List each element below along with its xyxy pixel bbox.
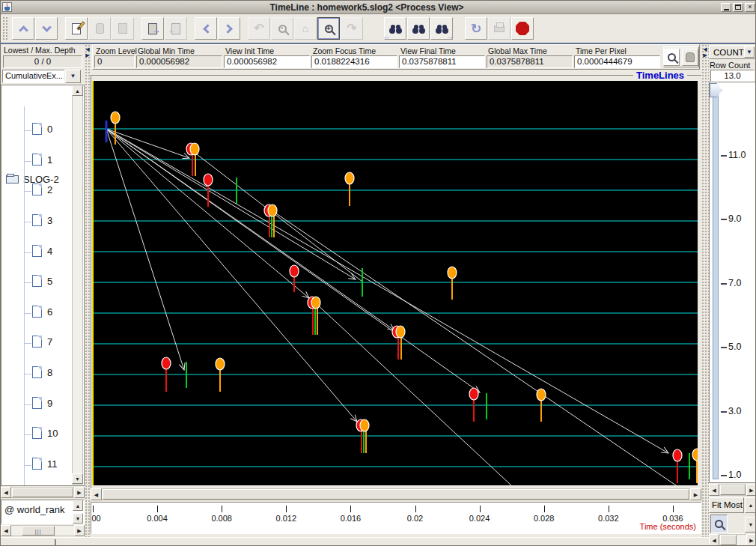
tree-item-11[interactable]: 11 (32, 458, 58, 470)
legend-combo-button[interactable]: ▼ (65, 70, 81, 83)
tree-item-1[interactable]: 1 (32, 154, 52, 166)
world-rank-scroll-up-button[interactable]: ▲ (73, 500, 83, 511)
timeline-canvas[interactable] (92, 81, 698, 485)
tree-scroll-left-button[interactable]: ◀ (1, 487, 11, 498)
search-back-button[interactable]: ← (384, 17, 406, 40)
right-bottom-hscroll-thumb[interactable] (720, 535, 737, 545)
zoom-in-button[interactable] (317, 17, 340, 40)
left-splitter[interactable]: ◀ ▶ (85, 44, 91, 537)
maximize-button[interactable] (733, 3, 743, 12)
document-icon (32, 214, 42, 226)
message-arrow[interactable] (106, 129, 480, 392)
tree-item-6[interactable]: 6 (32, 306, 52, 318)
row-zoom-out-button[interactable]: ▼ (745, 517, 756, 533)
collapse-left-icon[interactable]: ◀ (701, 46, 709, 52)
hand-mode-button[interactable] (682, 49, 698, 66)
view-init-time-field[interactable]: 0.000056982 (224, 55, 310, 68)
search-forward-button[interactable]: → (430, 17, 453, 40)
row-count-value[interactable]: 13.0 (710, 70, 755, 82)
canvas-hscroll-thumb[interactable] (103, 489, 689, 500)
world-rank-hscroll-thumb[interactable]: ||| (22, 526, 55, 536)
tree-item-2[interactable]: 2 (32, 183, 52, 195)
tree-item-3[interactable]: 3 (32, 214, 52, 226)
paste-icon (96, 23, 104, 34)
world-rank-scroll-down-button[interactable]: ▼ (73, 513, 83, 524)
up-chevron-button[interactable] (12, 17, 34, 40)
row-slider-track[interactable] (713, 85, 719, 479)
tree-connector (24, 434, 31, 435)
event-marker[interactable] (448, 267, 457, 300)
start-event-tick-blue[interactable] (106, 121, 108, 142)
event-marker[interactable] (308, 297, 320, 335)
export-button[interactable]: → (141, 17, 164, 40)
right-bottom-scroll-left-button[interactable]: ◀ (709, 534, 719, 546)
fit-most-button[interactable]: Fit Most (709, 497, 744, 513)
expand-right-icon[interactable]: ▶ (701, 52, 709, 58)
count-combo[interactable]: COUNT ▼ (709, 45, 756, 59)
forward-chevron-button[interactable] (218, 17, 240, 40)
count-combo-button[interactable]: ▼ (744, 46, 755, 58)
tree-item-label: 4 (47, 246, 52, 257)
title-bar[interactable]: TimeLine : homework5.slog2 <Process View… (1, 1, 756, 14)
zoom-mode-button[interactable] (663, 49, 680, 66)
message-arrow[interactable] (106, 129, 184, 370)
refresh-button[interactable]: ↻ (465, 17, 487, 40)
tree-item-10[interactable]: 10 (32, 427, 58, 439)
tree-item-4[interactable]: 4 (32, 245, 52, 257)
world-rank-scroll-left-button[interactable]: ◀ (1, 525, 11, 536)
message-arrow[interactable] (106, 129, 668, 453)
tree-item-9[interactable]: 9 (32, 397, 52, 409)
toolbar-grip[interactable] (2, 16, 9, 40)
search-button[interactable] (407, 17, 430, 40)
tree-scroll-up-button[interactable]: ▲ (72, 85, 83, 96)
tree-scroll-right-button[interactable]: ▶ (74, 487, 85, 498)
row-zoom-mode-button[interactable] (710, 515, 728, 533)
tree-hscroll-thumb[interactable] (12, 488, 73, 497)
right-splitter[interactable]: ◀ ▶ (701, 44, 709, 537)
world-rank-scroll-right-button[interactable]: ▶ (74, 525, 85, 536)
message-arrow[interactable] (106, 129, 309, 298)
tree-scroll-down-button[interactable]: ▼ (72, 473, 83, 484)
row-zoom-in-button[interactable]: ▲ (745, 497, 756, 513)
expand-right-icon[interactable]: ▶ (85, 52, 91, 58)
legend-combo[interactable]: CumulativeEx... (2, 70, 64, 83)
event-marker[interactable] (345, 172, 354, 206)
minimize-button[interactable] (721, 3, 731, 12)
right-bottom-scroll-right-button[interactable]: ▶ (746, 534, 756, 546)
import-button: ← (165, 17, 187, 40)
back-chevron-button[interactable] (195, 17, 217, 40)
message-arrow[interactable] (315, 303, 511, 485)
time-per-pixel-field[interactable]: 0.0000444679 (574, 55, 660, 68)
edit-button[interactable] (65, 17, 88, 40)
stop-button[interactable] (511, 17, 534, 40)
canvas-scroll-left-button[interactable]: ◀ (91, 488, 102, 500)
close-button[interactable]: × (745, 3, 755, 12)
tree-connector (24, 130, 31, 131)
down-chevron-button[interactable] (35, 17, 58, 40)
message-arrow[interactable] (106, 129, 356, 279)
right-scroll-right-button[interactable]: ▶ (746, 484, 756, 496)
document-icon (32, 397, 42, 409)
time-ruler[interactable]: Time (seconds) 0.000.0040.0080.0120.0160… (91, 502, 701, 534)
tree-vscroll-track[interactable] (72, 85, 83, 485)
arrow-left-icon: ◀ (4, 490, 7, 495)
message-arrow[interactable] (106, 129, 357, 422)
collapse-left-icon[interactable]: ◀ (85, 46, 91, 52)
right-hscroll-thumb[interactable] (720, 485, 746, 495)
arrow-down-icon: ▼ (749, 522, 754, 527)
right-scroll-left-button[interactable]: ◀ (709, 484, 719, 496)
tree-item-5[interactable]: 5 (32, 275, 52, 287)
event-marker[interactable] (692, 449, 698, 483)
tree-item-8[interactable]: 8 (32, 366, 52, 378)
view-final-time-field[interactable]: 0.0375878811 (399, 55, 485, 68)
event-marker[interactable] (111, 112, 120, 145)
tree-item-label: 9 (47, 398, 52, 409)
event-marker[interactable] (392, 326, 405, 360)
message-arrow[interactable] (194, 152, 362, 282)
tree-item-7[interactable]: 7 (32, 336, 52, 348)
zoom-focus-time-field[interactable]: 0.0188224316 (311, 55, 397, 68)
row-axis-tick-label: 1.0 (728, 470, 741, 480)
canvas-scroll-right-button[interactable]: ▶ (690, 488, 701, 500)
tree-item-label: 0 (47, 124, 52, 135)
tree-item-0[interactable]: 0 (32, 123, 52, 135)
